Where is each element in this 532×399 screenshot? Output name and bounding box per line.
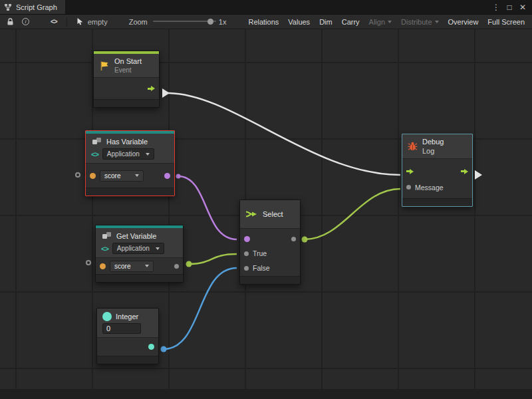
port-label: Message — [415, 184, 444, 192]
zoom-slider[interactable] — [153, 17, 216, 26]
script-graph-icon — [4, 3, 12, 11]
variables-icon — [91, 137, 102, 146]
flow-output-port[interactable] — [148, 86, 155, 91]
value-output-port[interactable] — [174, 264, 179, 269]
dim-button[interactable]: Dim — [315, 15, 337, 29]
port-label: True — [253, 249, 267, 257]
integer-value-input[interactable]: 0 — [102, 323, 141, 334]
bool-output-port[interactable] — [164, 173, 170, 179]
node-subtitle: Log — [422, 147, 444, 155]
wire-hasvariable-to-select-condition[interactable] — [178, 176, 237, 239]
lock-icon[interactable] — [7, 18, 14, 26]
maximize-icon[interactable]: □ — [504, 3, 515, 12]
node-title: Select — [263, 210, 283, 218]
node-footer — [96, 274, 183, 282]
window-titlebar: Script Graph ⋮ □ ✕ — [0, 0, 532, 15]
wire-endpoint — [176, 174, 181, 179]
variable-scope-dropdown[interactable]: Application — [112, 243, 164, 254]
flow-continue-triangle — [475, 170, 482, 180]
integer-type-icon — [102, 312, 112, 321]
canvas-edge — [0, 389, 532, 399]
carry-button[interactable]: Carry — [337, 15, 364, 29]
menu-icon[interactable]: ⋮ — [491, 3, 501, 12]
node-title: Debug — [422, 138, 444, 146]
message-input-port[interactable] — [406, 185, 411, 190]
zoom-value: 1x — [219, 18, 227, 26]
flow-output-port[interactable] — [461, 169, 468, 174]
unconnected-port-indicator[interactable] — [75, 172, 80, 178]
chevron-down-icon — [156, 247, 160, 250]
code-brackets-icon: <> — [91, 150, 98, 158]
node-footer — [86, 188, 174, 196]
node-has-variable[interactable]: Has Variable <> Application score — [85, 130, 175, 196]
variable-name-field[interactable]: score — [100, 170, 144, 182]
chevron-down-icon — [435, 21, 439, 23]
variable-scope-dropdown[interactable]: Application — [102, 148, 154, 160]
node-on-start[interactable]: On Start Event — [93, 51, 160, 108]
unconnected-port-indicator[interactable] — [86, 260, 91, 265]
toolbar-separator — [66, 17, 67, 27]
chevron-down-icon — [146, 153, 150, 156]
wire-endpoint — [302, 237, 308, 243]
node-subtitle: Event — [114, 66, 142, 74]
node-footer — [97, 356, 158, 364]
info-icon[interactable]: i — [22, 18, 29, 25]
chevron-down-icon — [135, 174, 139, 177]
variables-icon — [101, 231, 112, 240]
values-button[interactable]: Values — [283, 15, 315, 29]
name-input-port[interactable] — [90, 173, 96, 179]
window-controls: ⋮ □ ✕ — [491, 3, 532, 12]
false-input-port[interactable] — [244, 266, 249, 271]
node-integer[interactable]: Integer 0 — [96, 308, 159, 364]
node-footer — [402, 198, 472, 206]
port-label: False — [253, 264, 270, 272]
bug-icon — [408, 142, 418, 151]
overview-button[interactable]: Overview — [444, 15, 483, 29]
wire-endpoint — [161, 346, 167, 352]
zoom-slider-handle[interactable] — [207, 19, 213, 25]
condition-input-port[interactable] — [244, 236, 250, 242]
tab-script-graph[interactable]: Script Graph — [0, 0, 65, 14]
select-merge-icon — [245, 209, 258, 219]
align-dropdown[interactable]: Align — [364, 15, 396, 29]
tab-title: Script Graph — [16, 3, 57, 11]
code-icon[interactable]: <> — [51, 18, 57, 25]
node-title: Has Variable — [106, 138, 148, 146]
node-select[interactable]: Select True False — [239, 200, 301, 285]
distribute-dropdown[interactable]: Distribute — [396, 15, 443, 29]
int-output-port[interactable] — [148, 344, 154, 350]
wire-getvariable-to-select-true[interactable] — [189, 254, 237, 264]
fullscreen-button[interactable]: Full Screen — [483, 15, 529, 29]
close-icon[interactable]: ✕ — [517, 3, 528, 12]
relations-button[interactable]: Relations — [243, 15, 283, 29]
zoom-label: Zoom — [129, 18, 148, 26]
wire-onstart-to-debuglog[interactable] — [168, 93, 400, 175]
node-get-variable[interactable]: Get Variable <> Application score — [95, 225, 184, 283]
node-debug-log[interactable]: Debug Log Message — [402, 134, 473, 207]
code-brackets-icon: <> — [101, 245, 108, 253]
wire-endpoint — [186, 261, 192, 267]
zoom-slider-track[interactable] — [153, 21, 216, 22]
node-title: Integer — [116, 313, 138, 321]
true-input-port[interactable] — [244, 251, 249, 256]
flag-icon — [99, 61, 110, 71]
graph-canvas[interactable]: On Start Event Has Variable <> — [0, 29, 532, 399]
selection-output-port[interactable] — [291, 237, 296, 241]
node-footer — [94, 99, 159, 107]
graph-toolbar: i <> empty Zoom 1x Relations Values Dim … — [0, 15, 532, 29]
pointer-target-label: empty — [88, 18, 108, 26]
flow-continue-triangle — [162, 88, 170, 98]
node-title: Get Variable — [116, 232, 156, 240]
pointer-cursor-icon — [76, 17, 84, 26]
chevron-down-icon — [145, 265, 149, 267]
toolbar-buttons: Relations Values Dim Carry Align Distrib… — [243, 15, 529, 29]
flow-input-port[interactable] — [406, 169, 414, 174]
wire-select-to-debuglog-message[interactable] — [305, 189, 400, 239]
node-title: On Start — [114, 57, 142, 65]
chevron-down-icon — [388, 21, 392, 23]
variable-name-field[interactable]: score — [110, 261, 154, 272]
node-footer — [240, 276, 300, 284]
name-input-port[interactable] — [100, 263, 106, 269]
